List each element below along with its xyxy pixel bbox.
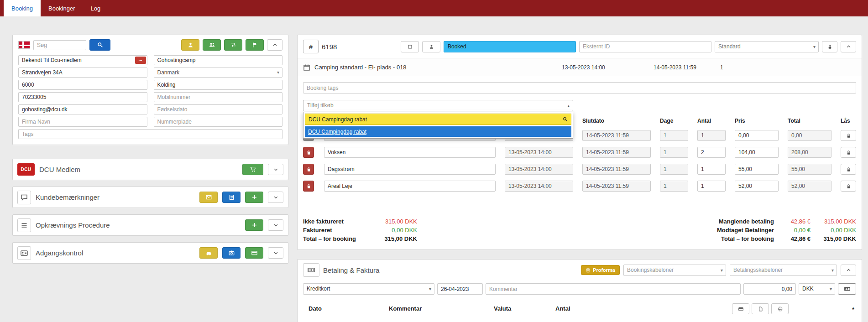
addon-days-input[interactable]	[660, 164, 688, 175]
booking-tags-input[interactable]	[303, 82, 856, 93]
customer-tags-input[interactable]	[18, 129, 282, 139]
dcu-expand-button[interactable]	[268, 164, 283, 175]
addon-qty-input[interactable]	[697, 130, 726, 141]
person-button[interactable]	[422, 41, 440, 52]
print-list-button[interactable]	[771, 303, 789, 314]
flag-button[interactable]	[246, 39, 264, 51]
zip-input[interactable]	[18, 80, 147, 90]
addon-end-input[interactable]	[582, 164, 651, 175]
proforma-button[interactable]: Proforma	[581, 265, 620, 275]
payment-amount-input[interactable]	[743, 283, 796, 295]
delete-row-button[interactable]	[303, 181, 314, 192]
search-input[interactable]	[33, 40, 86, 50]
status-field[interactable]: Booked	[444, 41, 576, 52]
lock-icon	[827, 44, 832, 49]
more-button[interactable]	[135, 57, 146, 64]
chevron-down-icon	[273, 195, 278, 200]
card-button[interactable]	[245, 247, 263, 259]
remarks-expand-button[interactable]	[268, 192, 283, 203]
booking-type-select[interactable]: Standard	[715, 41, 819, 52]
addon-start-input[interactable]	[505, 164, 573, 175]
addon-select[interactable]: Tilføj tilkøb	[303, 100, 573, 111]
lock-row-button[interactable]	[841, 181, 856, 192]
customer-collapse-button[interactable]	[267, 39, 282, 51]
payment-templates-select[interactable]: Betalingsskabeloner	[730, 265, 837, 276]
birthdate-input[interactable]	[154, 104, 283, 114]
external-id-input[interactable]	[579, 41, 711, 52]
addon-price-input[interactable]	[735, 181, 779, 192]
add-remark-button[interactable]	[245, 192, 263, 203]
group-icon	[209, 42, 215, 48]
access-expand-button[interactable]	[268, 247, 283, 259]
addon-end-input[interactable]	[582, 130, 651, 141]
add-procedure-button[interactable]	[245, 219, 263, 231]
mail-button[interactable]	[199, 192, 218, 203]
checkbox-button[interactable]	[401, 41, 419, 52]
lock-row-button[interactable]	[841, 164, 856, 175]
addon-price-input[interactable]	[735, 130, 779, 141]
addon-total-input[interactable]	[788, 181, 831, 192]
car-button[interactable]	[199, 247, 218, 259]
addon-total-input[interactable]	[788, 147, 831, 158]
addon-days-input[interactable]	[660, 130, 688, 141]
payment-method-select[interactable]: Kreditkort	[303, 283, 434, 295]
lock-row-button[interactable]	[841, 147, 856, 158]
delete-row-button[interactable]	[303, 164, 314, 175]
lock-button[interactable]	[822, 41, 837, 52]
payment-header: Betaling & Faktura Proforma Bookingskabe…	[298, 260, 862, 280]
register-payment-button[interactable]	[838, 283, 856, 295]
tab-booking[interactable]: Booking	[4, 0, 41, 16]
email-input[interactable]	[18, 104, 147, 114]
addon-days-input[interactable]	[660, 147, 688, 158]
known-to-input[interactable]	[18, 55, 147, 65]
addon-price-input[interactable]	[735, 164, 779, 175]
addon-name-input[interactable]	[324, 147, 496, 158]
total-eur: 42,86 €	[774, 235, 810, 242]
addon-days-input[interactable]	[660, 181, 688, 192]
addon-total-input[interactable]	[788, 130, 831, 141]
street-input[interactable]	[18, 68, 147, 78]
phone-input[interactable]	[18, 92, 147, 102]
delete-row-button[interactable]	[303, 147, 314, 158]
document-list-button[interactable]	[752, 303, 769, 314]
addon-start-input[interactable]	[505, 181, 573, 192]
payment-date-input[interactable]	[437, 283, 483, 295]
lock-row-button[interactable]	[841, 130, 856, 141]
city-input[interactable]	[154, 80, 283, 90]
addon-end-input[interactable]	[582, 181, 651, 192]
booking-templates-select[interactable]: Bookingskabeloner	[623, 265, 726, 276]
tab-bookinger[interactable]: Bookinger	[41, 0, 83, 16]
addon-start-input[interactable]	[505, 147, 573, 158]
company-input[interactable]	[18, 117, 147, 127]
country-select[interactable]: Danmark	[154, 68, 283, 78]
plate-input[interactable]	[154, 117, 283, 127]
search-button[interactable]	[89, 39, 110, 51]
cart-button[interactable]	[242, 164, 263, 175]
camp-name-input[interactable]	[154, 55, 283, 65]
notes-button[interactable]	[222, 192, 241, 203]
addon-price-input[interactable]	[735, 147, 779, 158]
procedure-expand-button[interactable]	[268, 219, 283, 231]
camera-button[interactable]	[222, 247, 241, 259]
addon-qty-input[interactable]	[697, 164, 726, 175]
top-nav: Booking Bookinger Log	[0, 0, 868, 16]
group-button[interactable]	[203, 39, 221, 51]
payment-currency-select[interactable]: DKK	[799, 283, 835, 295]
addon-qty-input[interactable]	[697, 181, 726, 192]
total-label: Manglende betaling	[694, 218, 774, 225]
addon-name-input[interactable]	[324, 164, 496, 175]
addon-option[interactable]: DCU Campingdag rabat	[305, 126, 571, 137]
addon-search-input[interactable]: DCU Campingdag rabat	[305, 114, 571, 125]
swap-button[interactable]	[224, 39, 242, 51]
booking-collapse-button[interactable]	[841, 41, 856, 52]
payment-collapse-button[interactable]	[841, 265, 856, 276]
card-list-button[interactable]	[732, 303, 749, 314]
addon-name-input[interactable]	[324, 181, 496, 192]
addon-total-input[interactable]	[788, 164, 831, 175]
payment-comment-input[interactable]	[486, 283, 741, 295]
tab-log[interactable]: Log	[83, 0, 109, 16]
user-button[interactable]	[181, 39, 199, 51]
addon-qty-input[interactable]	[697, 147, 726, 158]
addon-end-input[interactable]	[582, 147, 651, 158]
mobile-input[interactable]	[154, 92, 283, 102]
